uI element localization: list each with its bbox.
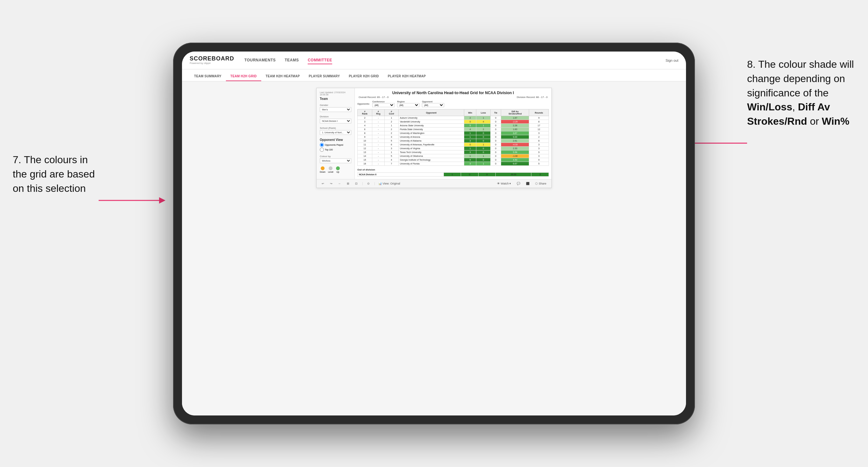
radio-top100[interactable]: Top 100 [320,148,351,152]
toolbar-redo[interactable]: ↪ [329,181,334,186]
sign-out[interactable]: Sign out [665,59,678,62]
cell-reg: - [372,124,384,128]
cell-loss: 1 [476,143,491,147]
cell-diff: 6.67 [501,162,529,166]
cell-win: 2 [464,116,476,120]
table-row: 10 - 5 University of Alabama 3 0 0 2.61 … [358,139,549,143]
sub-nav: TEAM SUMMARY TEAM H2H GRID TEAM H2H HEAT… [182,69,686,82]
out-of-division-row: NCAA Division II 1 0 0 26.00 3 [358,173,549,177]
opponents-filter-label: Opponents: [357,103,370,105]
cell-diff: 3.67 [501,131,529,135]
tab-player-summary[interactable]: PLAYER SUMMARY [304,72,344,81]
cell-rank: 2 [358,116,372,120]
th-rank: #Rank [358,110,372,116]
cell-rounds: 9 [529,158,549,162]
legend-up: Up [336,166,340,173]
toolbar-watch[interactable]: 👁 Watch ▾ [496,181,512,186]
school-select[interactable]: 1. University of Nort... [320,130,351,135]
th-loss: Loss [476,110,491,116]
tab-player-h2h-heatmap[interactable]: PLAYER H2H HEATMAP [383,72,430,81]
cell-win: 0 [464,143,476,147]
cell-diff: 2.33 [501,147,529,151]
cell-rank: 9 [358,135,372,139]
cell-tie: 0 [490,158,501,162]
toolbar-clock[interactable]: ⊙ [366,181,371,186]
cell-rank: 4 [358,124,372,128]
toolbar-back[interactable]: ← [337,181,342,186]
cell-conf: 1 [384,124,398,128]
viz-title: University of North Carolina Head-to-Hea… [357,91,549,95]
cell-reg: - [372,139,384,143]
cell-conf: 3 [384,135,398,139]
viz-container: Last Updated: 27/03/2024 16:55:38 Team G… [317,88,551,179]
cell-opponent: University of Washington [398,131,464,135]
nav-teams[interactable]: TEAMS [285,57,299,64]
toolbar-copy[interactable]: ⊞ [345,181,351,186]
division-section: Division NCAA Division I [320,115,351,123]
cell-conf: 3 [384,147,398,151]
opponent-select[interactable]: (All) [422,103,444,107]
cell-loss: 1 [476,124,491,128]
table-row: 15 - 4 Georgia Institute of Technology 5… [358,158,549,162]
cell-tie: 0 [490,128,501,131]
table-row: 13 - 1 Texas Tech University 3 0 0 5.56 … [358,151,549,154]
cell-win: 1 [464,135,476,139]
tablet-shell: SCOREBOARD Powered by clippd TOURNAMENTS… [173,43,695,424]
th-tie: Tie [490,110,501,116]
cell-conf: 2 [384,128,398,131]
ood-win: 1 [443,173,461,177]
out-of-division-label: Out of division [357,168,549,171]
toolbar-undo[interactable]: ↩ [320,181,326,186]
colour-by-select[interactable]: Win/loss [320,158,351,163]
cell-conf: 5 [384,139,398,143]
radio-opponents-played[interactable]: Opponents Played [320,143,351,147]
cell-diff: 5.56 [501,151,529,154]
table-row: 9 - 3 University of Arizona 1 0 0 9.00 2 [358,135,549,139]
tab-team-summary[interactable]: TEAM SUMMARY [190,72,226,81]
logo-sub: Powered by clippd [190,62,234,65]
cell-tie: 0 [490,162,501,166]
toolbar-view: 📊 View: Original [378,182,400,185]
cell-loss: 1 [476,154,491,158]
legend-level: Level [328,166,334,173]
cell-win: 3 [464,151,476,154]
logo-text: SCOREBOARD [190,56,234,62]
ood-tie: 0 [478,173,496,177]
annotation-left: 7. The colours in the grid are based on … [13,153,102,195]
cell-opponent: Florida State University [398,128,464,131]
division-label: Division [320,115,351,118]
filter-row: Opponents: Conference (All) Region ( [357,100,549,107]
cell-rank: 14 [358,154,372,158]
toolbar-share[interactable]: ⬡ Share [534,181,548,186]
cell-rank: 15 [358,158,372,162]
cell-rounds: 5 [529,162,549,166]
cell-loss: 4 [476,120,491,124]
cell-rank: 3 [358,120,372,124]
gender-select[interactable]: Men's [320,107,351,112]
tab-team-h2h-heatmap[interactable]: TEAM H2H HEATMAP [261,72,304,81]
cell-tie: 0 [490,154,501,158]
conference-select[interactable]: (All) [372,103,395,107]
cell-rounds: 3 [529,143,549,147]
th-reg: #Reg [372,110,384,116]
cell-diff: 2.61 [501,139,529,143]
cell-rounds: 8 [529,120,549,124]
tab-player-h2h-grid[interactable]: PLAYER H2H GRID [344,72,383,81]
tab-team-h2h-grid[interactable]: TEAM H2H GRID [226,72,261,81]
cell-opponent: Vanderbilt University [398,120,464,124]
cell-win: 1 [464,154,476,158]
toolbar-present[interactable]: ⬛ [525,181,531,186]
cell-conf: 4 [384,158,398,162]
main-content: Last Updated: 27/03/2024 16:55:38 Team G… [182,82,686,415]
nav-committee[interactable]: COMMITTEE [308,57,332,64]
toolbar-sep2: | [374,182,375,185]
region-select[interactable]: (All) [397,103,420,107]
nav-tournaments[interactable]: TOURNAMENTS [244,57,276,64]
toolbar-comment[interactable]: 💬 [516,181,522,186]
division-select[interactable]: NCAA Division I [320,119,351,123]
cell-reg: - [372,120,384,124]
cell-diff: -1.00 [501,154,529,158]
toolbar-download[interactable]: ⊡ [354,181,359,186]
cell-win: 3 [464,162,476,166]
cell-tie: 0 [490,151,501,154]
